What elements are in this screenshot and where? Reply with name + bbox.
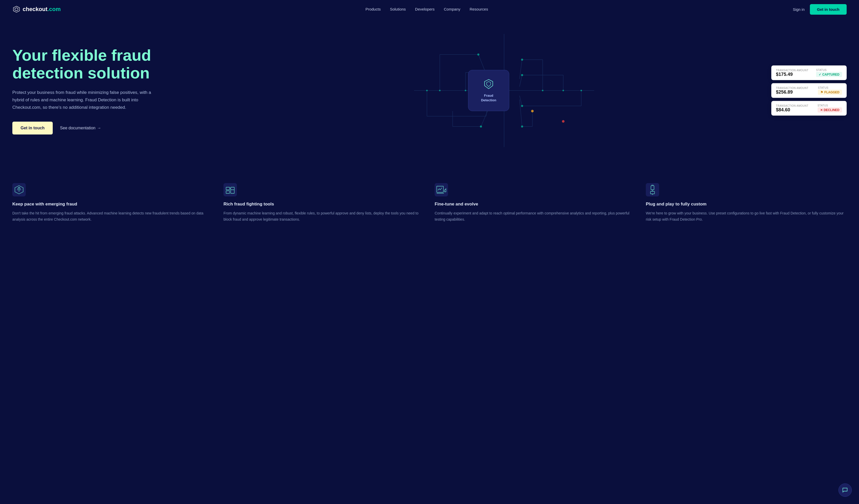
nav-company[interactable]: Company <box>444 7 461 11</box>
svg-point-41 <box>531 110 534 112</box>
chat-widget[interactable] <box>839 484 852 497</box>
tx-status-section-3: Status ✕ DECLINED <box>818 104 842 113</box>
tx-amount-value-3: $84.60 <box>776 107 810 112</box>
nav-actions: Sign in Get in touch <box>793 4 847 15</box>
feature-title-3: Fine-tune and evolve <box>435 202 635 207</box>
hero-title: Your flexible fraud detection solution <box>12 47 162 81</box>
svg-point-36 <box>480 125 482 127</box>
svg-rect-50 <box>224 183 237 197</box>
svg-point-40 <box>521 125 523 127</box>
chat-icon <box>842 487 848 493</box>
svg-point-38 <box>521 74 523 76</box>
feature-emerging-fraud: Keep pace with emerging fraud Don't take… <box>12 183 213 223</box>
features-section: Keep pace with emerging fraud Don't take… <box>0 168 859 243</box>
svg-point-39 <box>521 105 523 107</box>
fraud-detection-card: Fraud Detection <box>468 70 509 111</box>
nav-links: Products Solutions Developers Company Re… <box>365 7 488 12</box>
transaction-card-declined: Transaction amount $84.60 Status ✕ DECLI… <box>771 101 847 116</box>
feature-fraud-tools: Rich fraud fighting tools From dynamic m… <box>224 183 424 223</box>
tx-status-section-2: Status ⚑ FLAGGED <box>818 87 842 95</box>
svg-point-37 <box>521 59 523 61</box>
nav-resources[interactable]: Resources <box>470 7 488 11</box>
nav-products[interactable]: Products <box>365 7 381 11</box>
nav-developers[interactable]: Developers <box>415 7 435 11</box>
nav-get-in-touch-button[interactable]: Get in touch <box>810 4 847 15</box>
svg-point-29 <box>439 90 440 91</box>
svg-point-34 <box>581 90 582 91</box>
feature-desc-1: Don't take the hit from emerging fraud a… <box>12 210 213 223</box>
feature-title-2: Rich fraud fighting tools <box>224 202 424 207</box>
tx-amount-label-2: Transaction amount <box>776 87 810 89</box>
svg-point-30 <box>465 90 466 91</box>
tx-amount-label-3: Transaction amount <box>776 104 810 107</box>
tx-amount-section-1: Transaction amount $175.49 <box>776 68 808 77</box>
hero-see-docs-button[interactable]: See documentation → <box>60 126 101 131</box>
svg-point-33 <box>562 90 564 91</box>
hero-content: Your flexible fraud detection solution P… <box>12 47 162 134</box>
arrow-icon: → <box>97 126 101 131</box>
flag-icon: ⚑ <box>820 91 823 94</box>
hero-diagram: Fraud Detection Transaction amount $175.… <box>162 34 847 147</box>
tx-status-section-1: Status ✓ CAPTURED <box>816 68 842 77</box>
hero-subtitle: Protect your business from fraud while m… <box>12 89 162 111</box>
status-badge-declined: ✕ DECLINED <box>818 107 842 113</box>
feature-plug-play: Plug and play to fully custom We're here… <box>646 183 847 223</box>
status-badge-captured: ✓ CAPTURED <box>816 72 842 77</box>
tx-amount-value-1: $175.49 <box>776 72 808 77</box>
tx-amount-label-1: Transaction amount <box>776 68 808 72</box>
transaction-card-flagged: Transaction amount $256.89 Status ⚑ FLAG… <box>771 83 847 98</box>
svg-line-22 <box>481 108 489 126</box>
svg-point-31 <box>426 90 428 91</box>
check-icon: ✓ <box>819 73 821 76</box>
nav-solutions[interactable]: Solutions <box>390 7 406 11</box>
svg-marker-2 <box>15 8 18 11</box>
tx-status-label-1: Status <box>816 68 842 72</box>
svg-marker-44 <box>486 81 491 87</box>
tx-status-label-3: Status <box>818 104 842 107</box>
emerging-fraud-icon <box>12 183 26 197</box>
feature-desc-2: From dynamic machine learning and robust… <box>224 210 424 223</box>
transaction-card-captured: Transaction amount $175.49 Status ✓ CAPT… <box>771 65 847 80</box>
svg-point-32 <box>542 90 543 91</box>
logo[interactable]: checkout.com <box>12 5 61 13</box>
svg-point-35 <box>477 54 479 56</box>
x-icon: ✕ <box>820 108 823 112</box>
svg-point-42 <box>562 120 564 123</box>
svg-marker-43 <box>484 79 493 89</box>
fraud-detection-icon <box>479 78 499 91</box>
fraud-tools-icon <box>224 183 237 197</box>
feature-desc-3: Continually experiment and adapt to reac… <box>435 210 635 223</box>
plug-play-icon <box>646 183 659 197</box>
tx-status-label-2: Status <box>818 87 842 89</box>
navbar: checkout.com Products Solutions Develope… <box>0 0 859 18</box>
tx-amount-section-3: Transaction amount $84.60 <box>776 104 810 112</box>
feature-title-1: Keep pace with emerging fraud <box>12 202 213 207</box>
feature-fine-tune: Fine-tune and evolve Continually experim… <box>435 183 635 223</box>
hero-actions: Get in touch See documentation → <box>12 122 162 135</box>
tx-amount-value-2: $256.89 <box>776 89 810 95</box>
hero-section: Your flexible fraud detection solution P… <box>0 18 859 168</box>
sign-in-button[interactable]: Sign in <box>793 7 805 12</box>
fine-tune-icon <box>435 183 448 197</box>
logo-text: checkout.com <box>22 6 61 13</box>
transaction-cards: Transaction amount $175.49 Status ✓ CAPT… <box>771 65 847 116</box>
tx-amount-section-2: Transaction amount $256.89 <box>776 87 810 95</box>
fraud-detection-label: Fraud Detection <box>479 93 499 103</box>
status-badge-flagged: ⚑ FLAGGED <box>818 90 842 95</box>
feature-title-4: Plug and play to fully custom <box>646 202 847 207</box>
hero-get-in-touch-button[interactable]: Get in touch <box>12 122 53 135</box>
svg-line-27 <box>519 100 522 126</box>
svg-marker-1 <box>13 6 19 12</box>
feature-desc-4: We're here to grow with your business. U… <box>646 210 847 223</box>
